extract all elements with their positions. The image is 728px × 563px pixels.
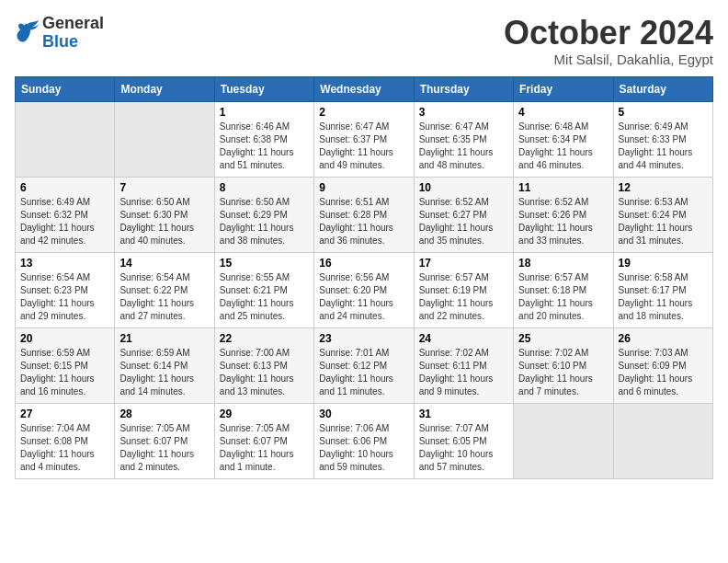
calendar-cell: 24Sunrise: 7:02 AM Sunset: 6:11 PM Dayli…: [414, 327, 513, 403]
calendar-cell: 28Sunrise: 7:05 AM Sunset: 6:07 PM Dayli…: [115, 403, 214, 478]
day-number: 7: [119, 181, 209, 194]
calendar-cell: 17Sunrise: 6:57 AM Sunset: 6:19 PM Dayli…: [414, 252, 513, 327]
day-number: 18: [518, 257, 608, 270]
day-info: Sunrise: 6:57 AM Sunset: 6:18 PM Dayligh…: [518, 271, 608, 323]
weekday-header-wednesday: Wednesday: [314, 76, 414, 101]
calendar-cell: 20Sunrise: 6:59 AM Sunset: 6:15 PM Dayli…: [16, 327, 115, 403]
calendar-cell: 19Sunrise: 6:58 AM Sunset: 6:17 PM Dayli…: [613, 252, 712, 327]
calendar-cell: 1Sunrise: 6:46 AM Sunset: 6:38 PM Daylig…: [214, 101, 313, 177]
day-info: Sunrise: 6:59 AM Sunset: 6:15 PM Dayligh…: [20, 347, 109, 398]
calendar-table: SundayMondayTuesdayWednesdayThursdayFrid…: [15, 76, 713, 479]
day-info: Sunrise: 6:49 AM Sunset: 6:33 PM Dayligh…: [619, 121, 708, 172]
calendar-cell: 13Sunrise: 6:54 AM Sunset: 6:23 PM Dayli…: [16, 252, 115, 327]
calendar-cell: 25Sunrise: 7:02 AM Sunset: 6:10 PM Dayli…: [514, 327, 613, 403]
weekday-header-thursday: Thursday: [414, 76, 513, 101]
calendar-cell: [16, 101, 115, 177]
calendar-cell: 21Sunrise: 6:59 AM Sunset: 6:14 PM Dayli…: [115, 327, 214, 403]
day-number: 14: [119, 257, 209, 270]
day-info: Sunrise: 6:46 AM Sunset: 6:38 PM Dayligh…: [220, 121, 309, 172]
calendar-cell: 10Sunrise: 6:52 AM Sunset: 6:27 PM Dayli…: [414, 177, 513, 252]
day-info: Sunrise: 6:47 AM Sunset: 6:35 PM Dayligh…: [419, 121, 508, 172]
calendar-cell: [514, 403, 613, 478]
calendar-cell: 22Sunrise: 7:00 AM Sunset: 6:13 PM Dayli…: [214, 327, 313, 403]
day-number: 12: [619, 181, 708, 194]
calendar-week-row: 20Sunrise: 6:59 AM Sunset: 6:15 PM Dayli…: [16, 327, 713, 403]
day-info: Sunrise: 7:04 AM Sunset: 6:08 PM Dayligh…: [20, 422, 109, 474]
day-number: 24: [419, 332, 508, 345]
weekday-header-tuesday: Tuesday: [214, 76, 313, 101]
day-number: 11: [518, 181, 608, 194]
day-info: Sunrise: 7:05 AM Sunset: 6:07 PM Dayligh…: [220, 422, 309, 474]
calendar-cell: 29Sunrise: 7:05 AM Sunset: 6:07 PM Dayli…: [214, 403, 313, 478]
day-info: Sunrise: 6:51 AM Sunset: 6:28 PM Dayligh…: [319, 196, 408, 247]
calendar-cell: 26Sunrise: 7:03 AM Sunset: 6:09 PM Dayli…: [613, 327, 712, 403]
logo-text: GeneralBlue: [42, 15, 104, 52]
day-number: 29: [220, 408, 309, 420]
day-number: 20: [20, 332, 109, 345]
day-info: Sunrise: 6:50 AM Sunset: 6:30 PM Dayligh…: [119, 196, 209, 247]
day-number: 13: [20, 257, 109, 270]
calendar-week-row: 27Sunrise: 7:04 AM Sunset: 6:08 PM Dayli…: [16, 403, 713, 478]
day-number: 27: [20, 408, 109, 420]
day-info: Sunrise: 6:48 AM Sunset: 6:34 PM Dayligh…: [518, 121, 608, 172]
calendar-cell: 16Sunrise: 6:56 AM Sunset: 6:20 PM Dayli…: [314, 252, 414, 327]
calendar-cell: 14Sunrise: 6:54 AM Sunset: 6:22 PM Dayli…: [115, 252, 214, 327]
calendar-cell: [115, 101, 214, 177]
day-info: Sunrise: 7:02 AM Sunset: 6:11 PM Dayligh…: [419, 347, 508, 398]
calendar-cell: 4Sunrise: 6:48 AM Sunset: 6:34 PM Daylig…: [514, 101, 613, 177]
day-info: Sunrise: 7:05 AM Sunset: 6:07 PM Dayligh…: [119, 422, 209, 474]
day-info: Sunrise: 7:01 AM Sunset: 6:12 PM Dayligh…: [319, 347, 408, 398]
calendar-week-row: 1Sunrise: 6:46 AM Sunset: 6:38 PM Daylig…: [16, 101, 713, 177]
day-info: Sunrise: 7:03 AM Sunset: 6:09 PM Dayligh…: [619, 347, 708, 398]
calendar-cell: 9Sunrise: 6:51 AM Sunset: 6:28 PM Daylig…: [314, 177, 414, 252]
calendar-cell: 5Sunrise: 6:49 AM Sunset: 6:33 PM Daylig…: [613, 101, 712, 177]
day-info: Sunrise: 6:52 AM Sunset: 6:27 PM Dayligh…: [419, 196, 508, 247]
calendar-cell: 2Sunrise: 6:47 AM Sunset: 6:37 PM Daylig…: [314, 101, 414, 177]
day-number: 1: [220, 106, 309, 119]
day-info: Sunrise: 6:54 AM Sunset: 6:23 PM Dayligh…: [20, 271, 109, 323]
calendar-cell: 11Sunrise: 6:52 AM Sunset: 6:26 PM Dayli…: [514, 177, 613, 252]
calendar-cell: [613, 403, 712, 478]
day-info: Sunrise: 6:58 AM Sunset: 6:17 PM Dayligh…: [619, 271, 708, 323]
day-info: Sunrise: 7:07 AM Sunset: 6:05 PM Dayligh…: [419, 422, 508, 474]
day-number: 28: [119, 408, 209, 420]
day-info: Sunrise: 6:47 AM Sunset: 6:37 PM Dayligh…: [319, 121, 408, 172]
calendar-cell: 31Sunrise: 7:07 AM Sunset: 6:05 PM Dayli…: [414, 403, 513, 478]
calendar-week-row: 13Sunrise: 6:54 AM Sunset: 6:23 PM Dayli…: [16, 252, 713, 327]
day-number: 4: [518, 106, 608, 119]
day-info: Sunrise: 7:00 AM Sunset: 6:13 PM Dayligh…: [220, 347, 309, 398]
day-info: Sunrise: 6:52 AM Sunset: 6:26 PM Dayligh…: [518, 196, 608, 247]
day-number: 15: [220, 257, 309, 270]
day-number: 30: [319, 408, 408, 420]
title-block: October 2024 Mit Salsil, Dakahlia, Egypt: [504, 15, 713, 67]
day-info: Sunrise: 6:55 AM Sunset: 6:21 PM Dayligh…: [220, 271, 309, 323]
month-title: October 2024: [504, 15, 713, 52]
day-info: Sunrise: 6:54 AM Sunset: 6:22 PM Dayligh…: [119, 271, 209, 323]
day-info: Sunrise: 6:49 AM Sunset: 6:32 PM Dayligh…: [20, 196, 109, 247]
day-info: Sunrise: 6:53 AM Sunset: 6:24 PM Dayligh…: [619, 196, 708, 247]
calendar-cell: 18Sunrise: 6:57 AM Sunset: 6:18 PM Dayli…: [514, 252, 613, 327]
day-number: 3: [419, 106, 508, 119]
location-text: Mit Salsil, Dakahlia, Egypt: [504, 52, 713, 67]
day-info: Sunrise: 6:57 AM Sunset: 6:19 PM Dayligh…: [419, 271, 508, 323]
day-number: 5: [619, 106, 708, 119]
weekday-header-monday: Monday: [115, 76, 214, 101]
day-info: Sunrise: 6:59 AM Sunset: 6:14 PM Dayligh…: [119, 347, 209, 398]
day-number: 17: [419, 257, 508, 270]
calendar-cell: 15Sunrise: 6:55 AM Sunset: 6:21 PM Dayli…: [214, 252, 313, 327]
day-number: 31: [419, 408, 508, 420]
calendar-cell: 8Sunrise: 6:50 AM Sunset: 6:29 PM Daylig…: [214, 177, 313, 252]
day-number: 10: [419, 181, 508, 194]
calendar-cell: 12Sunrise: 6:53 AM Sunset: 6:24 PM Dayli…: [613, 177, 712, 252]
weekday-header-sunday: Sunday: [16, 76, 115, 101]
day-number: 9: [319, 181, 408, 194]
calendar-cell: 27Sunrise: 7:04 AM Sunset: 6:08 PM Dayli…: [16, 403, 115, 478]
day-number: 23: [319, 332, 408, 345]
calendar-cell: 30Sunrise: 7:06 AM Sunset: 6:06 PM Dayli…: [314, 403, 414, 478]
weekday-header-friday: Friday: [514, 76, 613, 101]
calendar-cell: 7Sunrise: 6:50 AM Sunset: 6:30 PM Daylig…: [115, 177, 214, 252]
weekday-header-row: SundayMondayTuesdayWednesdayThursdayFrid…: [16, 76, 713, 101]
day-number: 16: [319, 257, 408, 270]
day-number: 6: [20, 181, 109, 194]
day-number: 21: [119, 332, 209, 345]
